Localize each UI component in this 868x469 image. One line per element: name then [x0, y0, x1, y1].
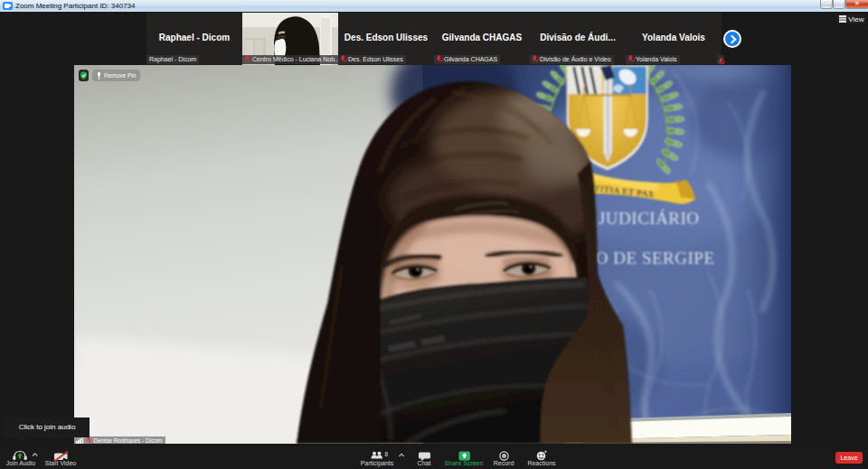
svg-text:8: 8 [385, 451, 389, 457]
